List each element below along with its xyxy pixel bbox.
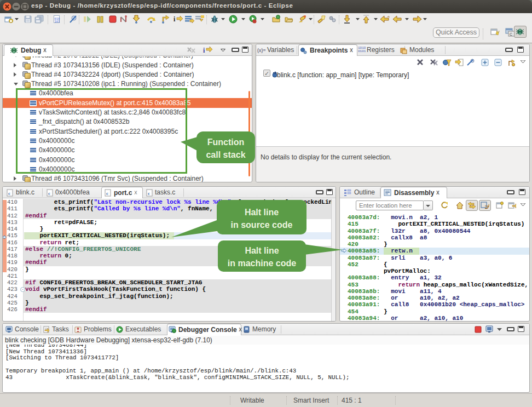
svg-text:C: C <box>510 32 512 36</box>
svg-text:i: i <box>174 15 176 23</box>
svg-text:c: c <box>8 191 10 196</box>
svg-text:c: c <box>148 191 150 196</box>
svg-text:c: c <box>48 191 50 196</box>
svg-text:c: c <box>106 191 108 196</box>
svg-text:i: i <box>203 47 205 54</box>
svg-text:101: 101 <box>55 20 60 23</box>
